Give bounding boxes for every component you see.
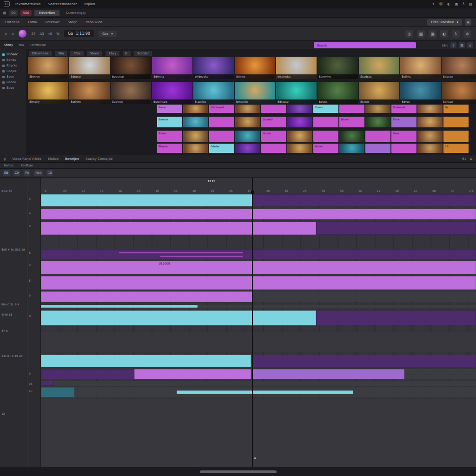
clock-icon[interactable]: ◐ [447, 2, 450, 6]
timeline-tab[interactable]: Elotics [48, 157, 59, 161]
filmstrip-clip[interactable]: 8laese [157, 144, 182, 153]
timeline-clip[interactable] [41, 355, 251, 367]
sidebar-bin-item[interactable]: Bonds [0, 57, 26, 63]
filmstrip-clip[interactable] [365, 144, 390, 153]
grid-icon[interactable]: ▦ [417, 30, 425, 38]
media-thumbnail[interactable]: 8imany [28, 82, 68, 104]
graph-icon[interactable]: λ [452, 30, 460, 38]
filmstrip-thumbnail[interactable] [235, 105, 260, 113]
filmstrip-clip[interactable]: Ebnsv [313, 105, 338, 113]
panel-icon[interactable]: ▣ [429, 30, 436, 38]
filmstrip-thumbnail[interactable] [417, 144, 443, 153]
project-tab[interactable]: Durtrcotigbj [61, 10, 90, 16]
toolbar-item[interactable]: Forha [28, 20, 37, 24]
filmstrip-clip[interactable]: 8intende [391, 105, 416, 113]
timeline-clip[interactable] [41, 305, 198, 308]
menu-item[interactable]: Nqlion [84, 2, 95, 6]
filmstrip-clip[interactable]: 18 [443, 144, 469, 153]
filmstrip-thumbnail[interactable] [235, 117, 260, 127]
timeline-tab[interactable]: Stacey Coesajde [86, 157, 112, 161]
sidebar-bin-item[interactable]: Stidanc [0, 52, 26, 57]
horizontal-scrollbar[interactable] [200, 470, 277, 473]
filmstrip-clip[interactable]: 8e [443, 105, 469, 113]
filter-chip[interactable]: Scerder [134, 51, 152, 56]
filmstrip-clip[interactable]: 8asw [157, 105, 182, 113]
clock-icon[interactable]: ◐ [440, 30, 448, 38]
sidebar-bin-item[interactable]: Reden [0, 79, 26, 85]
project-tab[interactable]: Meverlion [34, 10, 60, 16]
filmstrip-thumbnail[interactable] [417, 131, 443, 142]
filmstrip-clip[interactable] [365, 131, 390, 142]
send-icon[interactable]: ✈ [432, 2, 435, 6]
filmstrip-thumbnail[interactable] [287, 144, 312, 153]
filmstrip-clip[interactable]: 8ssie [157, 131, 182, 142]
filmstrip-thumbnail[interactable] [183, 144, 208, 153]
timeline-tab-badge[interactable]: 91 [462, 157, 466, 161]
smiley-icon[interactable]: ☺ [439, 2, 443, 6]
resolution-dropdown[interactable]: Gos ▾ [99, 31, 117, 37]
timeline-tool-button[interactable]: Noe [34, 170, 43, 176]
filmstrip-thumbnail[interactable] [235, 144, 260, 153]
filmstrip-clip[interactable] [261, 144, 286, 153]
timeline-clip[interactable] [252, 355, 476, 367]
toolbar-item[interactable]: Sterjr. [68, 20, 78, 24]
lambda-icon[interactable]: λ [463, 2, 465, 6]
timeline-clip[interactable] [316, 311, 476, 325]
timeline-tool-button[interactable]: 18 [46, 170, 53, 176]
media-thumbnail[interactable]: Sdnese [69, 57, 110, 79]
filmstrip-clip[interactable]: Bnses [313, 144, 338, 153]
timeline-tab-icon[interactable]: g [4, 157, 6, 161]
sort-icon[interactable]: G· [123, 51, 131, 56]
grid-icon[interactable]: ▤ [469, 2, 472, 6]
timeline-clip[interactable] [134, 369, 251, 379]
filter-chip[interactable]: Sfea [70, 51, 83, 56]
filter-chip[interactable]: S0a [55, 51, 67, 56]
timeline-clip[interactable] [41, 311, 316, 325]
media-thumbnail[interactable]: Beasnse [111, 57, 151, 79]
avatar[interactable] [19, 30, 26, 38]
filmstrip-thumbnail[interactable] [339, 144, 364, 153]
sidebar-bin-item[interactable]: Sqojes [0, 68, 26, 74]
filmstrip-clip[interactable]: Edebe [209, 144, 234, 153]
timeline-clip[interactable] [177, 390, 353, 394]
timeline-clip[interactable] [41, 291, 252, 302]
filmstrip-thumbnail[interactable] [417, 105, 443, 113]
filmstrip-thumbnail[interactable] [365, 117, 390, 127]
menu-item[interactable]: Soetecemedecer [48, 2, 77, 6]
panel-icon[interactable]: ▣ [455, 2, 458, 6]
filmstrip-clip[interactable]: Bnsed [339, 117, 364, 127]
timeline-menu-item[interactable]: 8amje: [4, 164, 14, 167]
media-thumbnail[interactable]: 8uthint [69, 82, 110, 104]
timeline-tool-button[interactable]: C9 [13, 170, 20, 176]
filmstrip-clip[interactable]: Bamae [157, 117, 182, 127]
timeline-clip[interactable] [254, 194, 476, 206]
filmstrip-thumbnail[interactable] [183, 105, 208, 113]
toolbar-item[interactable]: Cortanae [5, 20, 20, 24]
toolbar-item[interactable]: Peoauvide [86, 20, 103, 24]
media-tab[interactable]: Shrey [4, 43, 13, 47]
back-button[interactable]: ‹ [5, 31, 7, 37]
media-tab[interactable]: Edirmivpe [29, 43, 46, 47]
project-badge[interactable]: E0 [9, 10, 18, 16]
filmstrip-clip[interactable] [443, 117, 469, 127]
media-tab[interactable]: taa [19, 43, 24, 47]
forward-button[interactable]: › [12, 31, 14, 37]
media-thumbnail[interactable]: 8ubinse [111, 82, 151, 104]
timeline-ruler[interactable]: 8222314162318563029261628182838581629282… [41, 178, 476, 193]
create-button[interactable]: Crea Fineshee ▾ [427, 19, 462, 26]
target-icon[interactable]: ◎ [405, 30, 413, 38]
filmstrip-thumbnail[interactable] [183, 131, 208, 142]
filmstrip-thumbnail[interactable] [417, 117, 443, 127]
playhead[interactable]: 4 [252, 178, 253, 467]
filmstrip-clip[interactable] [261, 105, 286, 113]
timeline-clip[interactable] [316, 222, 476, 235]
filmstrip-clip[interactable]: 8nse [391, 117, 416, 127]
filmstrip-thumbnail[interactable] [235, 131, 260, 142]
media-thumbnail[interactable]: 8bmrse [28, 57, 68, 79]
timeline-clip[interactable]: 18.2008 [41, 261, 476, 274]
filmstrip-clip[interactable] [443, 131, 469, 142]
filter-chip[interactable]: Ebvy [106, 51, 119, 56]
filmstrip-thumbnail[interactable] [287, 131, 312, 142]
filmstrip-clip[interactable]: Busse [261, 131, 286, 142]
corner-panel-icon[interactable]: ▣ [465, 19, 471, 26]
